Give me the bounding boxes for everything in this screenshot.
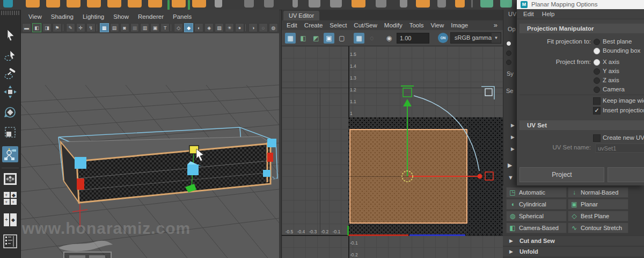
shelf-icon[interactable] bbox=[87, 0, 101, 8]
z-axis-option[interactable]: Z axis bbox=[603, 77, 619, 83]
uv-menu-view[interactable]: View bbox=[431, 22, 444, 28]
lighting-icon[interactable]: ☀ bbox=[225, 23, 234, 32]
y-axis-option[interactable]: Y axis bbox=[603, 68, 619, 74]
menu-shading[interactable]: Shading bbox=[51, 13, 74, 20]
resolution-gate-icon[interactable]: ◙ bbox=[120, 23, 129, 32]
chevron-down-icon[interactable]: ▼ bbox=[492, 33, 501, 43]
shelf-icon[interactable] bbox=[128, 0, 142, 8]
shelf-icon[interactable] bbox=[67, 0, 80, 8]
normal-based-mapping-button[interactable]: ↓Normal-Based bbox=[568, 187, 628, 198]
menu-panels[interactable]: Panels bbox=[173, 13, 192, 20]
wireframe-on-shaded-icon[interactable]: ◈ bbox=[204, 23, 214, 32]
collapsed-arrow-icon[interactable]: ▶ bbox=[511, 134, 515, 140]
planar-mapping-button[interactable]: ▣Planar bbox=[568, 199, 628, 210]
dialog-menu-help[interactable]: Help bbox=[542, 11, 555, 17]
lasso-select-tool[interactable] bbox=[2, 47, 18, 63]
shelf-icon[interactable] bbox=[264, 0, 274, 8]
uv-menu-create[interactable]: Create bbox=[304, 22, 323, 28]
shelf-icon[interactable] bbox=[330, 0, 342, 8]
shelf-icon[interactable] bbox=[3, 0, 13, 8]
film-gate-icon[interactable]: ▤ bbox=[110, 23, 119, 32]
smooth-shade-icon[interactable]: ◆ bbox=[184, 23, 193, 32]
apply-button-partial[interactable] bbox=[608, 167, 644, 182]
project-button[interactable]: Project bbox=[519, 167, 604, 182]
camera-option[interactable]: Camera bbox=[603, 86, 625, 92]
uv-menu-tools[interactable]: Tools bbox=[409, 22, 424, 28]
expanded-arrow-icon[interactable]: ▼ bbox=[508, 174, 514, 181]
safe-action-icon[interactable]: ▣ bbox=[150, 23, 159, 32]
move-tool[interactable] bbox=[2, 84, 18, 100]
toolkit-radio[interactable] bbox=[506, 51, 511, 56]
shelf-icon[interactable] bbox=[416, 0, 430, 8]
unfold-section-header[interactable]: ▶Unfold bbox=[503, 246, 644, 256]
shelf-icon[interactable] bbox=[437, 0, 446, 8]
shelf-icon[interactable] bbox=[500, 0, 512, 8]
uv-distortion-icon[interactable]: ▦ bbox=[285, 33, 296, 44]
radio-best-plane[interactable] bbox=[594, 39, 600, 45]
best-plane-mapping-button[interactable]: ◇Best Plane bbox=[568, 211, 628, 221]
camera-based-mapping-button[interactable]: ◧Camera-Based bbox=[506, 223, 567, 233]
uv-menu-select[interactable]: Select bbox=[330, 22, 347, 28]
shelf-icon[interactable] bbox=[148, 0, 162, 8]
menu-renderer[interactable]: Renderer bbox=[138, 13, 164, 20]
shelf-icon[interactable] bbox=[292, 0, 298, 8]
keep-ratio-label[interactable]: Keep image widt bbox=[603, 97, 644, 104]
gamma-on-toggle[interactable]: ON bbox=[438, 33, 448, 43]
single-pane-layout-button[interactable] bbox=[2, 171, 18, 187]
multisampling-icon[interactable]: ◍ bbox=[269, 23, 278, 32]
field-chart-icon[interactable]: ▥ bbox=[140, 23, 149, 32]
shelf-icon[interactable] bbox=[192, 0, 206, 8]
scale-tool[interactable] bbox=[2, 124, 18, 140]
outliner-pane-layout-button[interactable] bbox=[2, 233, 18, 249]
contour-stretch-mapping-button[interactable]: ∿Contour Stretch bbox=[568, 223, 628, 233]
uv-editor-tab[interactable]: UV Editor bbox=[283, 11, 319, 20]
show-manipulator-tool[interactable] bbox=[2, 146, 18, 162]
radio-x-axis[interactable] bbox=[594, 59, 600, 66]
dim-image-icon[interactable]: ◌ bbox=[367, 33, 377, 44]
collapsed-arrow-icon[interactable]: ▶ bbox=[511, 123, 515, 128]
motion-blur-icon[interactable]: ◌ bbox=[259, 23, 268, 32]
uv-menu-cutsew[interactable]: Cut/Sew bbox=[354, 22, 377, 28]
rotate-tool[interactable] bbox=[2, 104, 18, 120]
uv-menu-modify[interactable]: Modify bbox=[384, 22, 402, 28]
menu-overflow-chevron[interactable]: » bbox=[494, 21, 497, 29]
wireframe-icon[interactable]: ◇ bbox=[174, 23, 183, 32]
radio-camera[interactable] bbox=[594, 87, 600, 93]
move-pivot-icon[interactable]: ✛ bbox=[76, 23, 85, 32]
four-pane-layout-button[interactable]: +◆++ bbox=[2, 190, 18, 206]
texture-borders-icon[interactable]: ▣ bbox=[324, 33, 334, 44]
select-tool[interactable] bbox=[2, 27, 18, 43]
cut-and-sew-section-header[interactable]: ▶Cut and Sew bbox=[503, 235, 644, 246]
cylindrical-mapping-button[interactable]: ◖Cylindrical bbox=[506, 199, 567, 210]
menu-view[interactable]: View bbox=[28, 13, 42, 20]
slab-mesh[interactable] bbox=[61, 137, 270, 203]
shelf-icon[interactable] bbox=[172, 0, 186, 8]
uv-menu-image[interactable]: Image bbox=[451, 22, 468, 28]
uv-menu-edit[interactable]: Edit bbox=[287, 22, 297, 28]
camera-icon[interactable]: ◨ bbox=[42, 23, 52, 32]
shelf-icon[interactable] bbox=[215, 0, 222, 8]
camera-lock-icon[interactable]: ◧ bbox=[32, 23, 41, 32]
collapsed-arrow-icon[interactable]: ▶ bbox=[511, 146, 515, 152]
dock-grip[interactable] bbox=[1, 11, 19, 15]
shelf-icon[interactable] bbox=[26, 0, 40, 8]
bounding-box-option[interactable]: Bounding box bbox=[603, 47, 640, 54]
gamma-dropdown[interactable]: sRGB gamma▼ bbox=[450, 32, 501, 44]
viewport-canvas[interactable]: www.honaramiz.com bbox=[21, 33, 279, 258]
shadows-icon[interactable]: ● bbox=[235, 23, 244, 32]
snap-icon[interactable]: ↯ bbox=[86, 23, 96, 32]
best-plane-option[interactable]: Best plane bbox=[603, 38, 632, 45]
shelf-icon[interactable] bbox=[46, 0, 60, 8]
insert-projection-label[interactable]: Insert projection bbox=[603, 107, 644, 113]
uv-set-header[interactable]: UV Set bbox=[519, 120, 644, 130]
ambient-occlusion-icon[interactable]: ◑ bbox=[248, 23, 258, 32]
shelf-icon[interactable] bbox=[455, 0, 465, 8]
toolkit-radio[interactable] bbox=[506, 60, 511, 65]
exposure-field[interactable]: 1.00 bbox=[397, 33, 429, 44]
uv-canvas[interactable]: 1.5 1.4 1.3 1.2 1.1 1 -0.1 -0.2 -0.6 -0.… bbox=[282, 46, 503, 258]
use-default-material-icon[interactable]: ▨ bbox=[215, 23, 224, 32]
gate-mask-icon[interactable]: ▩ bbox=[130, 23, 140, 32]
uv-numbers-icon[interactable]: ▢ bbox=[336, 33, 347, 44]
textured-icon[interactable]: ◐ bbox=[194, 23, 203, 32]
create-uvset-checkbox[interactable] bbox=[593, 134, 601, 142]
